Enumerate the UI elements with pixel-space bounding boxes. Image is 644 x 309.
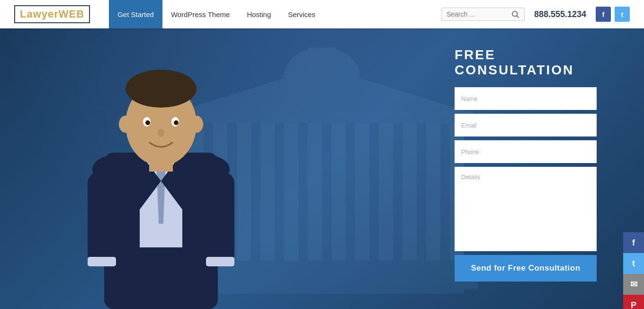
nav-hosting[interactable]: Hosting: [238, 0, 279, 28]
header-twitter-button[interactable]: t: [615, 7, 630, 22]
svg-rect-41: [206, 172, 234, 266]
consultation-form: FREE CONSULTATION Send for Free Consulta…: [455, 47, 597, 282]
form-title: FREE CONSULTATION: [455, 47, 597, 78]
svg-point-0: [512, 11, 518, 17]
main-nav: Get Started WordPress Theme Hosting Serv…: [109, 0, 432, 28]
social-sidebar: f t ✉ P +: [623, 232, 644, 309]
svg-point-36: [190, 116, 203, 133]
nav-services[interactable]: Services: [279, 0, 324, 28]
sidebar-pinterest-button[interactable]: P: [623, 295, 644, 309]
header-social-icons: f t: [596, 7, 630, 22]
svg-rect-43: [206, 257, 234, 266]
logo-text: LawyerWEB: [20, 8, 84, 20]
facebook-icon: f: [602, 10, 605, 18]
sidebar-facebook-icon: f: [632, 238, 635, 248]
hero-section: FREE CONSULTATION Send for Free Consulta…: [0, 28, 644, 309]
sidebar-facebook-button[interactable]: f: [623, 232, 644, 253]
sidebar-twitter-icon: t: [632, 259, 635, 269]
email-input[interactable]: [455, 114, 597, 136]
nav-get-started[interactable]: Get Started: [109, 0, 162, 28]
sidebar-email-button[interactable]: ✉: [623, 274, 644, 295]
svg-point-29: [125, 70, 197, 108]
details-input[interactable]: [455, 167, 597, 251]
search-area: [441, 8, 525, 21]
phone-number: 888.555.1234: [534, 9, 586, 19]
svg-point-32: [145, 120, 150, 125]
site-logo[interactable]: LawyerWEB: [14, 5, 90, 23]
svg-point-33: [174, 120, 179, 125]
svg-rect-37: [149, 157, 173, 172]
submit-button[interactable]: Send for Free Consultation: [455, 255, 597, 282]
search-icon[interactable]: [511, 10, 519, 18]
nav-wordpress-theme[interactable]: WordPress Theme: [162, 0, 239, 28]
hero-person-area: [0, 28, 331, 309]
lawyer-figure: [47, 44, 275, 309]
sidebar-twitter-button[interactable]: t: [623, 253, 644, 274]
search-input[interactable]: [447, 10, 508, 18]
header-facebook-button[interactable]: f: [596, 7, 611, 22]
svg-rect-42: [88, 257, 116, 266]
twitter-icon: t: [621, 10, 624, 18]
svg-point-35: [119, 116, 132, 133]
name-input[interactable]: [455, 87, 597, 110]
phone-input[interactable]: [455, 140, 597, 163]
svg-rect-40: [88, 172, 116, 266]
header: LawyerWEB Get Started WordPress Theme Ho…: [0, 0, 644, 28]
svg-line-1: [517, 16, 519, 18]
sidebar-email-icon: ✉: [630, 279, 637, 290]
svg-point-34: [158, 128, 164, 137]
sidebar-pinterest-icon: P: [631, 300, 636, 309]
